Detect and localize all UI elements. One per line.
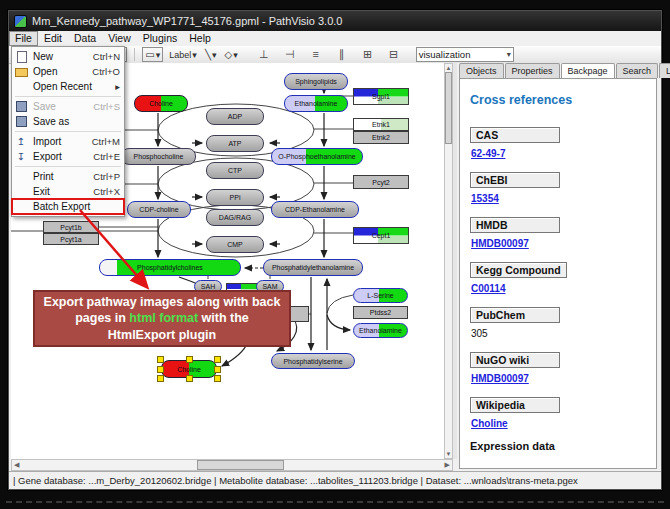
menu-edit[interactable]: Edit bbox=[38, 31, 68, 46]
group-icon[interactable]: ⊟ bbox=[386, 48, 402, 61]
scroll-left-icon[interactable]: ◀ bbox=[14, 461, 19, 469]
xref-value: 305 bbox=[471, 328, 646, 339]
titlebar[interactable]: Mm_Kennedy_pathway_WP1771_45176.gpml - P… bbox=[9, 11, 661, 31]
pathvisio-window: Mm_Kennedy_pathway_WP1771_45176.gpml - P… bbox=[8, 10, 662, 490]
menu-data[interactable]: Data bbox=[68, 31, 102, 46]
scroll-right-icon[interactable]: ▶ bbox=[445, 461, 450, 469]
status-bar: | Gene database: ...m_Derby_20120602.bri… bbox=[9, 471, 661, 488]
file-menu-item-batch-export[interactable]: Batch Export bbox=[12, 199, 124, 214]
visualization-combobox[interactable]: visualization ▾ bbox=[416, 47, 514, 62]
canvas-vertical-scrollbar[interactable]: ▲ ▼ bbox=[444, 63, 453, 459]
selection-handle[interactable] bbox=[157, 366, 164, 373]
selection-handle[interactable] bbox=[186, 375, 193, 382]
node-adp[interactable]: ADP bbox=[206, 108, 264, 125]
node-ptdss2[interactable]: Ptdss2 bbox=[353, 306, 408, 319]
label-tool-button[interactable]: Label ▾ bbox=[167, 48, 199, 61]
stack-horizontal-icon[interactable]: ≡ bbox=[308, 48, 324, 61]
xref-source-chebi[interactable]: ChEBI bbox=[470, 172, 560, 188]
xref-link[interactable]: HMDB00097 bbox=[471, 373, 529, 384]
node-dag[interactable]: DAG/RAG bbox=[206, 209, 264, 226]
file-menu-item-print[interactable]: PrintCtrl+P bbox=[12, 169, 124, 184]
node-etnk1[interactable]: Etnk1 bbox=[353, 118, 409, 131]
xref-source-nugo-wiki[interactable]: NuGO wiki bbox=[470, 352, 560, 368]
chevron-down-icon[interactable]: ▾ bbox=[212, 50, 217, 60]
shape-tool-button[interactable]: ◇ ▾ bbox=[222, 48, 239, 61]
selection-handle[interactable] bbox=[214, 356, 221, 363]
xref-link[interactable]: C00114 bbox=[471, 283, 505, 294]
node-ethanolamine-top[interactable]: Ethanolamine bbox=[284, 95, 348, 112]
selection-handle[interactable] bbox=[214, 375, 221, 382]
tab-backpage[interactable]: Backpage bbox=[561, 63, 615, 78]
node-sphingolipids[interactable]: Sphingolipids bbox=[284, 73, 348, 90]
node-pcyt2[interactable]: Pcyt2 bbox=[353, 175, 409, 189]
node-ctp[interactable]: CTP bbox=[206, 162, 264, 179]
xref-source-pubchem[interactable]: PubChem bbox=[470, 307, 560, 323]
datanode-tool-icon: ▭ bbox=[145, 49, 154, 60]
file-menu-item-new[interactable]: NewCtrl+N bbox=[12, 49, 124, 64]
window-title: Mm_Kennedy_pathway_WP1771_45176.gpml - P… bbox=[32, 15, 342, 27]
file-menu-item-export[interactable]: ↧ExportCtrl+E bbox=[12, 149, 124, 164]
node-cdp-choline[interactable]: CDP-choline bbox=[127, 201, 191, 218]
file-menu-item-exit[interactable]: ExitCtrl+X bbox=[12, 184, 124, 199]
chevron-down-icon[interactable]: ▾ bbox=[156, 50, 161, 60]
file-menu-item-open[interactable]: OpenCtrl+O bbox=[12, 64, 124, 79]
selection-handle[interactable] bbox=[214, 366, 221, 373]
node-cmp[interactable]: CMP bbox=[206, 236, 264, 253]
scroll-up-icon[interactable]: ▲ bbox=[445, 64, 452, 72]
node-phosphocholine[interactable]: Phosphocholine bbox=[121, 148, 196, 165]
selection-handle[interactable] bbox=[186, 356, 193, 363]
node-atp[interactable]: ATP bbox=[206, 135, 264, 152]
file-menu-item-import[interactable]: ↥ImportCtrl+M bbox=[12, 134, 124, 149]
menu-file[interactable]: File bbox=[9, 31, 38, 46]
chevron-down-icon[interactable]: ▾ bbox=[233, 50, 238, 60]
xref-value: 62-49-7 bbox=[471, 148, 646, 159]
node-choline-top[interactable]: Choline bbox=[134, 95, 188, 112]
xref-link[interactable]: Choline bbox=[471, 418, 508, 429]
node-l-serine[interactable]: L-Serine bbox=[353, 288, 408, 303]
tab-objects[interactable]: Objects bbox=[459, 63, 504, 78]
distribute-horizontal-icon[interactable]: ⊣ bbox=[282, 48, 298, 61]
scroll-down-icon[interactable]: ▼ bbox=[445, 450, 452, 458]
xref-source-wikipedia[interactable]: Wikipedia bbox=[470, 397, 560, 413]
line-tool-button[interactable]: ╲ ▾ bbox=[203, 48, 219, 61]
node-etnk2[interactable]: Etnk2 bbox=[353, 131, 409, 144]
xref-source-kegg-compound[interactable]: Kegg Compound bbox=[470, 262, 567, 278]
node-cdp-ethanolamine[interactable]: CDP-Ethanolamine bbox=[271, 201, 359, 218]
node-phosphatidylcholines[interactable]: Phosphatidylcholines bbox=[99, 259, 241, 276]
chevron-down-icon[interactable]: ▾ bbox=[507, 50, 511, 59]
node-pcyt1a[interactable]: Pcyt1a bbox=[43, 233, 99, 245]
datanode-tool-button[interactable]: ▭ ▾ bbox=[142, 47, 163, 62]
selection-handle[interactable] bbox=[157, 375, 164, 382]
xref-source-hmdb[interactable]: HMDB bbox=[470, 217, 560, 233]
tab-search[interactable]: Search bbox=[616, 63, 659, 78]
tab-properties[interactable]: Properties bbox=[505, 63, 560, 78]
menu-item-label: Export bbox=[33, 151, 93, 162]
menu-view[interactable]: View bbox=[102, 31, 137, 46]
xref-source-cas[interactable]: CAS bbox=[470, 127, 560, 143]
node-o-phosphoethanolamine[interactable]: O-Phosphoethanolamine bbox=[271, 148, 363, 165]
menu-item-shortcut: Ctrl+N bbox=[93, 51, 120, 62]
file-menu-item-save-as[interactable]: Save as bbox=[12, 114, 124, 129]
canvas-horizontal-scrollbar[interactable]: ◀ ▶ bbox=[11, 459, 453, 471]
node-cept1[interactable]: Cept1 bbox=[353, 227, 409, 244]
file-menu-item-open-recent[interactable]: Open Recent▸ bbox=[12, 79, 124, 94]
node-pcyt1b[interactable]: Pcyt1b bbox=[43, 221, 99, 233]
xref-link[interactable]: 15354 bbox=[471, 193, 499, 204]
node-sgpl1[interactable]: Sgpl1 bbox=[353, 88, 409, 105]
node-ppi[interactable]: PPi bbox=[206, 189, 264, 206]
xref-link[interactable]: 62-49-7 bbox=[471, 148, 505, 159]
selection-handle[interactable] bbox=[157, 356, 164, 363]
common-size-icon[interactable]: ⊞ bbox=[360, 48, 376, 61]
node-phosphatidylethanolamine[interactable]: Phosphatidylethanolamine bbox=[263, 259, 363, 276]
horizontal-scroll-thumb[interactable] bbox=[197, 460, 284, 470]
align-center-icon[interactable]: ⊥ bbox=[256, 48, 272, 61]
node-ethanolamine-2[interactable]: Ethanolamine bbox=[353, 323, 408, 338]
stack-vertical-icon[interactable]: ∥ bbox=[334, 48, 350, 61]
vertical-scroll-thumb[interactable] bbox=[445, 72, 452, 144]
menu-help[interactable]: Help bbox=[183, 31, 217, 46]
tab-legend[interactable]: Legend bbox=[659, 63, 670, 78]
chevron-down-icon[interactable]: ▾ bbox=[192, 50, 197, 60]
xref-link[interactable]: HMDB00097 bbox=[471, 238, 529, 249]
menu-plugins[interactable]: Plugins bbox=[137, 31, 183, 46]
node-phosphatidylserine[interactable]: Phosphatidylserine bbox=[271, 353, 355, 369]
